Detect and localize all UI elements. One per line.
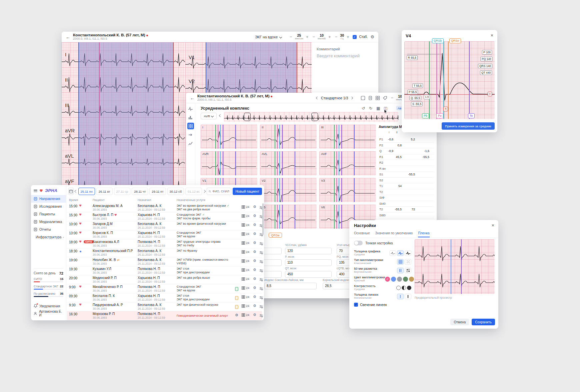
save-button[interactable]: Сохранить: [472, 319, 495, 325]
contrast-medium-button[interactable]: [402, 286, 406, 290]
settings-gear-icon[interactable]: ⚙: [253, 259, 256, 263]
color-red-swatch[interactable]: ✓: [385, 277, 390, 282]
marker-line[interactable]: [295, 151, 295, 175]
marker-line[interactable]: [339, 205, 339, 229]
marker-line[interactable]: [279, 205, 280, 229]
marker-line[interactable]: [334, 125, 335, 149]
marker-line[interactable]: [235, 151, 236, 175]
arrow-tool-icon[interactable]: [187, 131, 194, 138]
speed-minus-button[interactable]: −: [289, 35, 293, 39]
layout-icon[interactable]: [361, 96, 365, 100]
device-badge[interactable]: 24: [242, 277, 249, 281]
appointment-row[interactable]: 9:00 ♥ Михайлюченко Р. П 30.06.1993 Поля…: [67, 284, 262, 293]
close-icon[interactable]: ×: [491, 33, 493, 38]
thick-ruler-button[interactable]: [405, 294, 411, 299]
pe-marker-line[interactable]: [436, 41, 437, 119]
appointment-row[interactable]: 19:30 Кузьмин У.Л 30.06.1993 Полякова Н.…: [67, 266, 262, 275]
device-badge[interactable]: 24: [242, 313, 249, 317]
lead-complex-cell[interactable]: III: [319, 125, 376, 149]
settings-gear-icon[interactable]: ⚙: [253, 268, 256, 272]
sliders-icon[interactable]: [259, 277, 263, 283]
r-measure-chip[interactable]: R 55,5: [407, 55, 418, 60]
date-chip[interactable]: 26.11 вт: [96, 188, 113, 195]
lead-complex-cell[interactable]: AVF: [319, 151, 376, 175]
device-badge[interactable]: 24: [242, 205, 249, 209]
document-icon[interactable]: [368, 96, 373, 100]
report-pending-icon[interactable]: [235, 295, 238, 301]
filter-minus-button[interactable]: −: [334, 35, 338, 39]
speed-plus-button[interactable]: +: [305, 35, 309, 39]
settings-gear-icon[interactable]: ⚙: [253, 286, 256, 290]
date-chip[interactable]: 28.11 чт: [132, 188, 148, 195]
marker-line[interactable]: [295, 178, 295, 202]
marker-line[interactable]: [341, 151, 342, 175]
date-chip[interactable]: 27.11 ср: [114, 188, 131, 195]
appointment-row[interactable]: 13:00 ♥ Борисов К. П 30.06.1993 Харькова…: [67, 230, 262, 239]
sliders-icon[interactable]: [259, 286, 263, 292]
sidebar-menu-item[interactable]: Исследования: [31, 203, 66, 210]
marker-line[interactable]: [277, 151, 278, 175]
comment-input[interactable]: Введите комментарий: [317, 54, 374, 58]
scrollbar[interactable]: [262, 203, 264, 235]
marker-line[interactable]: [336, 205, 337, 229]
filter-plus-button[interactable]: +: [346, 35, 350, 39]
sliders-icon[interactable]: [259, 259, 263, 265]
vertical-marks-button[interactable]: [397, 268, 404, 273]
amp-table-row[interactable]: R вн: [379, 166, 434, 172]
calendar-button[interactable]: [68, 188, 74, 195]
marker-line[interactable]: [334, 151, 335, 175]
r-marker-chip[interactable]: R: [443, 107, 448, 111]
lead-complex-cell[interactable]: V5: [260, 205, 317, 229]
marker-line[interactable]: [440, 41, 440, 119]
amp-table-row[interactable]: T2 -55,5 72: [379, 207, 434, 213]
settings-gear-icon[interactable]: ⚙: [253, 277, 256, 281]
amp-table-row[interactable]: Q -0,9 -1,6: [379, 148, 434, 154]
fine-tune-toggle[interactable]: [354, 241, 363, 245]
marker-line[interactable]: [336, 178, 337, 202]
device-badge[interactable]: 24: [242, 295, 249, 299]
lead-complex-cell[interactable]: AVL: [260, 151, 317, 175]
marker-line[interactable]: [220, 125, 221, 149]
trend-tool-icon[interactable]: [187, 140, 194, 147]
marker-line[interactable]: [282, 125, 283, 149]
lead-complex-cell[interactable]: V2: [260, 178, 317, 202]
accept-measurements-button[interactable]: Принять измерения за средние: [442, 122, 495, 130]
dates-next-icon[interactable]: [203, 190, 206, 193]
marker-line[interactable]: [279, 151, 280, 175]
pq-interval-chip[interactable]: PQ 140: [480, 57, 493, 61]
report-ready-icon[interactable]: [235, 286, 238, 292]
color-tan-swatch[interactable]: [409, 277, 414, 282]
sliders-icon[interactable]: [259, 304, 263, 310]
marker-line[interactable]: [275, 178, 275, 202]
sidebar-menu-item[interactable]: Инфраструктура: [31, 233, 66, 241]
sliders-icon[interactable]: [259, 295, 263, 301]
marker-line[interactable]: [277, 125, 278, 149]
pe-badge[interactable]: Pe: [436, 113, 443, 118]
hamburger-icon[interactable]: [34, 189, 37, 193]
lead-complex-cell[interactable]: II: [260, 125, 317, 149]
s-measure-chip[interactable]: S -55,5: [411, 102, 423, 106]
amp-table-row[interactable]: S1 -55,5: [379, 172, 434, 178]
settings-gear-icon[interactable]: ⚙: [253, 241, 256, 245]
device-badge[interactable]: 24: [242, 259, 249, 263]
amp-table-row[interactable]: StФ: [379, 195, 434, 201]
settings-gear-icon[interactable]: ⚙: [253, 214, 256, 218]
marker-line[interactable]: [218, 151, 218, 175]
color-gray-swatch[interactable]: [397, 277, 402, 282]
marker-line[interactable]: [215, 151, 216, 175]
tag-icon[interactable]: [383, 96, 387, 100]
report-pending-icon[interactable]: [235, 304, 238, 310]
color-blue-swatch[interactable]: [391, 277, 396, 282]
grid-tool-icon[interactable]: [187, 123, 194, 129]
p-measure-chip[interactable]: P 55,5: [407, 90, 418, 94]
settings-gear-icon[interactable]: ⚙: [253, 232, 256, 236]
t-measure-chip[interactable]: T 55,5: [412, 83, 423, 88]
cancel-button[interactable]: Отмена: [450, 319, 469, 325]
qrse-badge[interactable]: QRSe: [269, 233, 282, 238]
gain-minus-button[interactable]: −: [312, 35, 316, 39]
qrse-marker-line[interactable]: [448, 41, 449, 119]
marker-line[interactable]: [282, 205, 283, 229]
qrse-badge[interactable]: QRSe: [449, 38, 461, 43]
v4-grid-area[interactable]: R 55,5 T 55,5 P 55,5 Q -55,5 1,5 S -55,5…: [404, 41, 495, 119]
date-chip[interactable]: 29.11 пт: [149, 188, 166, 195]
